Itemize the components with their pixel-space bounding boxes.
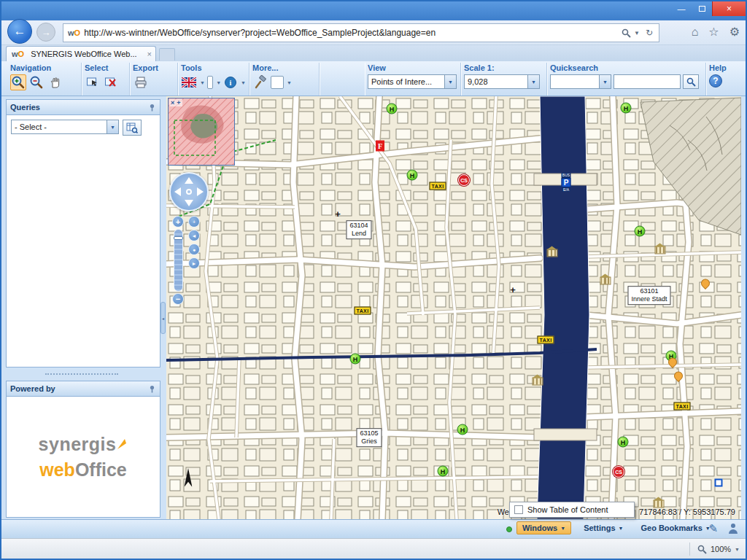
minimize-button[interactable]: —	[671, 1, 692, 16]
poi-marker-taxi[interactable]: TAXI	[673, 402, 690, 411]
show-toc-label[interactable]: Show Table of Content	[527, 505, 608, 514]
url-text[interactable]: http://w-ws-wintner/WebOffice/synserver?…	[84, 28, 622, 38]
zoom-out-tool-button[interactable]	[28, 74, 44, 90]
poi-marker-taxi[interactable]: TAXI	[537, 336, 554, 344]
address-dropdown-icon[interactable]: ▼	[634, 30, 640, 36]
more-caret-icon[interactable]: ▼	[287, 80, 292, 85]
quicksearch-input[interactable]	[614, 74, 681, 89]
browser-zoom-control[interactable]: 100% ▼	[689, 542, 740, 556]
pan-center-icon[interactable]	[186, 189, 192, 195]
tool-caret-icon[interactable]: ▼	[216, 80, 221, 85]
scale-dropdown-caret-icon[interactable]: ▼	[527, 75, 539, 88]
zoom-out-button[interactable]: −	[172, 293, 184, 305]
tool-dropdown-button[interactable]	[207, 76, 213, 89]
maximize-button[interactable]	[692, 1, 712, 16]
overview-map[interactable]: × +	[168, 98, 235, 166]
address-bar[interactable]: wO http://w-ws-wintner/WebOffice/synserv…	[63, 23, 659, 42]
basemap[interactable]	[166, 96, 741, 519]
panel-splitter[interactable]	[45, 373, 118, 375]
poi-marker-taxi[interactable]: TAXI	[354, 307, 371, 315]
view-dropdown-caret-icon[interactable]: ▼	[444, 75, 456, 88]
zoom-slider-track[interactable]	[174, 229, 183, 292]
map-viewport[interactable]: × + + −	[166, 96, 741, 519]
search-icon[interactable]	[622, 28, 631, 38]
poi-marker-cs[interactable]: CS	[613, 466, 624, 478]
pan-west-icon[interactable]	[174, 187, 181, 196]
zoom-slider-handle[interactable]	[174, 236, 183, 240]
sidebar-collapse-handle[interactable]: ◂	[160, 302, 166, 334]
poi-marker-h[interactable]: H	[618, 437, 629, 448]
zoom-in-tool-button[interactable]	[10, 74, 26, 90]
scale-dropdown[interactable]: 9,028 ▼	[464, 74, 540, 89]
poi-marker-h[interactable]: H	[407, 170, 418, 181]
select-tool-button[interactable]	[85, 74, 101, 90]
quicksearch-dropdown-caret-icon[interactable]: ▼	[599, 75, 611, 88]
help-button[interactable]: ?	[709, 74, 722, 88]
info-tool-button[interactable]: i	[223, 74, 238, 90]
poi-marker-cs[interactable]: CS	[458, 174, 470, 186]
pin-icon[interactable]	[148, 104, 156, 112]
poi-marker-museum[interactable]	[654, 500, 665, 508]
forward-button[interactable]: →	[36, 23, 55, 42]
powered-by-header[interactable]: Powered by	[6, 381, 160, 397]
redline-pencil-icon[interactable]: ✎	[708, 522, 718, 535]
poi-marker-h[interactable]: H	[387, 104, 398, 114]
poi-marker-f[interactable]: F	[376, 141, 384, 152]
poi-marker-museum[interactable]	[547, 249, 558, 257]
poi-marker-museum[interactable]	[600, 277, 611, 285]
geo-bookmarks-menu-button[interactable]: Geo Bookmarks ▼	[635, 522, 715, 534]
print-button[interactable]	[133, 74, 149, 90]
pin-icon[interactable]	[148, 385, 156, 393]
tab-close-icon[interactable]: ×	[147, 50, 152, 58]
home-icon[interactable]: ⌂	[692, 26, 699, 38]
back-button[interactable]: ←	[7, 19, 32, 44]
full-extent-button[interactable]: ●	[188, 244, 200, 255]
quicksearch-dropdown[interactable]: ▼	[550, 74, 611, 89]
pan-south-icon[interactable]	[185, 200, 193, 206]
poi-marker-parking[interactable]: BUSPE/A	[562, 173, 571, 192]
pan-compass[interactable]	[169, 172, 209, 211]
queries-select-dropdown[interactable]: - Select - ▼	[11, 120, 119, 134]
zoom-in-button[interactable]: +	[172, 216, 184, 228]
poi-marker-museum[interactable]	[533, 378, 543, 386]
tab-weboffice[interactable]: wO SYNERGIS WebOffice Web... ×	[6, 46, 156, 61]
view-dropdown[interactable]: Points of Intere... ▼	[368, 74, 457, 89]
pan-north-icon[interactable]	[185, 177, 193, 184]
poi-marker-taxi[interactable]: TAXI	[429, 182, 446, 190]
refresh-icon[interactable]: ↻	[646, 28, 653, 38]
settings-menu-button[interactable]: Settings ▼	[578, 522, 628, 534]
favorites-icon[interactable]: ☆	[708, 26, 719, 38]
poi-marker-plus[interactable]: +	[510, 284, 516, 295]
pan-east-icon[interactable]	[197, 187, 204, 196]
windows-menu-button[interactable]: Windows ▼	[516, 521, 571, 534]
language-flag-button[interactable]	[181, 74, 197, 90]
next-extent-button[interactable]: ►	[188, 257, 200, 269]
poi-marker-h[interactable]: H	[457, 424, 468, 435]
queries-panel-header[interactable]: Queries	[6, 99, 160, 115]
poi-marker-h[interactable]: H	[635, 226, 646, 237]
quicksearch-button[interactable]	[683, 74, 699, 89]
info-caret-icon[interactable]: ▼	[241, 80, 246, 85]
pan-tool-button[interactable]	[47, 74, 63, 90]
title-bar[interactable]: — ×	[1, 1, 746, 20]
poi-marker-bluesq[interactable]	[715, 479, 723, 487]
poi-marker-h[interactable]: H	[621, 103, 632, 114]
poi-marker-museum[interactable]	[655, 246, 666, 254]
close-button[interactable]: ×	[712, 1, 746, 16]
measure-tool-button[interactable]	[252, 74, 268, 90]
queries-select-caret-icon[interactable]: ▼	[107, 120, 118, 133]
language-caret-icon[interactable]: ▼	[200, 80, 205, 85]
settings-gear-icon[interactable]: ⚙	[729, 26, 740, 38]
overview-move-icon[interactable]: +	[177, 99, 180, 106]
query-editor-button[interactable]	[123, 120, 142, 136]
poi-marker-plus[interactable]: +	[335, 209, 341, 219]
more-dropdown-button[interactable]	[271, 76, 284, 89]
new-tab-button[interactable]	[159, 48, 175, 61]
previous-extent-button[interactable]: ◄	[188, 230, 200, 241]
pan-mode-button[interactable]: +	[188, 216, 200, 228]
user-profile-icon[interactable]	[728, 524, 738, 534]
overview-close-icon[interactable]: ×	[171, 99, 174, 106]
clear-selection-button[interactable]	[103, 74, 119, 90]
poi-marker-h[interactable]: H	[350, 354, 361, 365]
poi-marker-h[interactable]: H	[438, 466, 449, 477]
